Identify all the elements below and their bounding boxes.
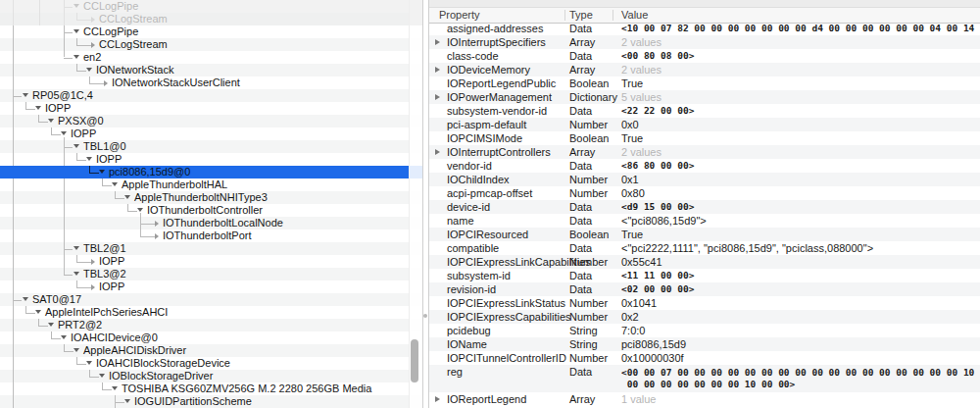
property-type: Data (569, 365, 592, 379)
table-row[interactable]: IODeviceMemoryArray2 values (429, 63, 980, 76)
column-header-value[interactable]: Value (621, 8, 648, 22)
table-row[interactable]: class-codeData<00 80 08 00> (429, 49, 980, 63)
disclosure-expanded-icon[interactable] (48, 119, 54, 123)
table-row[interactable]: vendor-idData<86 80 00 00> (429, 159, 980, 173)
table-row[interactable]: acpi-pmcap-offsetNumber0x80 (429, 186, 980, 200)
disclosure-expanded-icon[interactable] (74, 272, 79, 276)
table-row[interactable]: IOInterruptControllersArray2 values (429, 145, 980, 159)
property-name: IOReportLegend (447, 392, 526, 406)
tree-row-selected[interactable]: pci8086,15d9@0 (0, 166, 422, 178)
table-row[interactable]: IOPCIExpressLinkStatusNumber0x1041 (429, 296, 980, 310)
property-name: pcidebug (447, 324, 491, 337)
tree-row[interactable]: RP05@1C,4 (0, 89, 422, 102)
property-type: Number (569, 118, 608, 131)
disclosure-expanded-icon[interactable] (74, 348, 79, 352)
table-row[interactable]: IOPowerManagementDictionary5 values (429, 90, 980, 104)
disclosure-expanded-icon[interactable] (99, 374, 105, 378)
table-row[interactable]: IOReportLegendArray1 value (429, 392, 980, 406)
disclosure-expanded-icon[interactable] (124, 195, 130, 199)
property-name: compatible (447, 241, 499, 255)
splitter-handle[interactable] (423, 314, 427, 318)
disclosure-expanded-icon[interactable] (61, 131, 67, 135)
table-row[interactable]: pci-aspm-defaultNumber0x0 (429, 118, 980, 131)
table-row[interactable]: IOChildIndexNumber0x1 (429, 173, 980, 186)
table-row[interactable]: subsystem-vendor-idData<22 22 00 00> (429, 104, 980, 118)
tree-row[interactable]: IOPP (0, 102, 422, 115)
scroll-fade-overlay (0, 0, 422, 26)
disclosure-expanded-icon[interactable] (23, 93, 28, 97)
property-name: name (447, 214, 474, 228)
tree-scrollbar-thumb[interactable] (411, 339, 418, 382)
tree-connector-line (140, 230, 155, 237)
table-row[interactable]: compatibleData<"pci2222,1111", "pci8086,… (429, 241, 980, 255)
disclosure-expanded-icon[interactable] (124, 399, 130, 403)
disclosure-expanded-icon[interactable] (74, 55, 79, 59)
disclosure-expanded-icon[interactable] (137, 208, 143, 212)
disclosure-expanded-icon[interactable] (112, 182, 118, 186)
table-row[interactable]: assigned-addressesData<10 00 07 82 00 00… (429, 22, 980, 35)
property-value: 7:0:0 (621, 324, 979, 337)
disclosure-expanded-icon[interactable] (74, 29, 79, 33)
table-row[interactable]: IOPCIMSIModeBooleanTrue (429, 131, 980, 145)
tree-row[interactable]: IOPP (0, 280, 422, 293)
tree-node-label: IOPP (45, 102, 71, 115)
property-type: Data (569, 200, 592, 214)
table-row[interactable]: IOPCIExpressLinkCapabilitiesNumber0x55c4… (429, 255, 980, 269)
tree-row[interactable]: IOAHCIDevice@0 (0, 332, 422, 344)
disclosure-expanded-icon[interactable] (86, 68, 92, 72)
ioregistry-tree-panel: CCLogPipeCCLogStreamCCLogPipeCCLogStream… (0, 0, 423, 408)
property-value: 1 value (621, 392, 979, 406)
tree-row[interactable]: IONetworkStackUserClient (0, 76, 422, 89)
tree-row[interactable]: IOAHCIBlockStorageDevice (0, 357, 422, 370)
disclosure-expanded-icon[interactable] (86, 157, 92, 161)
table-row[interactable]: pcidebugString7:0:0 (429, 324, 980, 337)
disclosure-expanded-icon[interactable] (23, 297, 28, 301)
table-row[interactable]: IOInterruptSpecifiersArray2 values (429, 35, 980, 49)
table-row[interactable]: IOReportLegendPublicBooleanTrue (429, 76, 980, 90)
disclosure-collapsed-icon[interactable] (435, 39, 440, 45)
table-row[interactable]: regData<00 00 07 00 00 00 00 00 00 00 00… (429, 365, 980, 392)
tree-row[interactable]: TOSHIBA KSG60ZMV256G M.2 2280 256GB Medi… (0, 382, 422, 395)
disclosure-expanded-icon[interactable] (74, 246, 79, 250)
tree-row[interactable]: IOGUIDPartitionScheme (0, 395, 422, 408)
disclosure-expanded-icon[interactable] (112, 386, 118, 390)
property-type: Number (569, 351, 608, 365)
tree-connector-line (140, 217, 155, 225)
table-row[interactable]: subsystem-idData<11 11 00 00> (429, 269, 980, 282)
disclosure-collapsed-icon[interactable] (435, 149, 440, 155)
table-row[interactable]: device-idData<d9 15 00 00> (429, 200, 980, 214)
tree-row[interactable]: SAT0@17 (0, 293, 422, 306)
table-row[interactable]: nameData<"pci8086,15d9"> (429, 214, 980, 228)
property-type: Data (569, 282, 592, 296)
property-type: Data (569, 241, 592, 255)
disclosure-expanded-icon[interactable] (86, 361, 92, 365)
tree-row[interactable]: PXSX@0 (0, 115, 422, 128)
disclosure-expanded-icon[interactable] (35, 310, 41, 314)
column-header-property[interactable]: Property (439, 8, 480, 22)
disclosure-expanded-icon[interactable] (74, 144, 79, 148)
disclosure-collapsed-icon[interactable] (435, 94, 440, 100)
disclosure-expanded-icon[interactable] (61, 335, 67, 339)
column-header-type[interactable]: Type (569, 8, 593, 22)
column-separator[interactable] (564, 10, 565, 21)
disclosure-expanded-icon[interactable] (35, 106, 41, 110)
property-value: <22 22 00 00> (621, 104, 979, 118)
tree-row[interactable]: AppleIntelPchSeriesAHCI (0, 306, 422, 319)
tree-connector-line (38, 319, 48, 327)
tree-row[interactable]: AppleAHCIDiskDriver (0, 344, 422, 357)
disclosure-collapsed-icon[interactable] (435, 396, 440, 402)
tree-row[interactable]: PRT2@2 (0, 319, 422, 332)
column-separator[interactable] (612, 10, 613, 21)
table-row[interactable]: IONameStringpci8086,15d9 (429, 337, 980, 351)
tree-row[interactable]: IOBlockStorageDriver (0, 370, 422, 382)
disclosure-collapsed-icon[interactable] (435, 67, 440, 73)
disclosure-expanded-icon[interactable] (48, 323, 54, 327)
table-row[interactable]: revision-idData<02 00 00 00> (429, 282, 980, 296)
property-value: pci8086,15d9 (621, 337, 979, 351)
table-row[interactable]: IOPCIResourcedBooleanTrue (429, 228, 980, 241)
tree-connector-line (13, 89, 22, 97)
table-row[interactable]: IOPCIExpressCapabilitiesNumber0x2 (429, 310, 980, 324)
table-row[interactable]: IOPCITunnelControllerIDNumber0x10000030f (429, 351, 980, 365)
tree-row[interactable]: IONetworkStack (0, 64, 422, 76)
disclosure-expanded-icon[interactable] (99, 170, 105, 174)
